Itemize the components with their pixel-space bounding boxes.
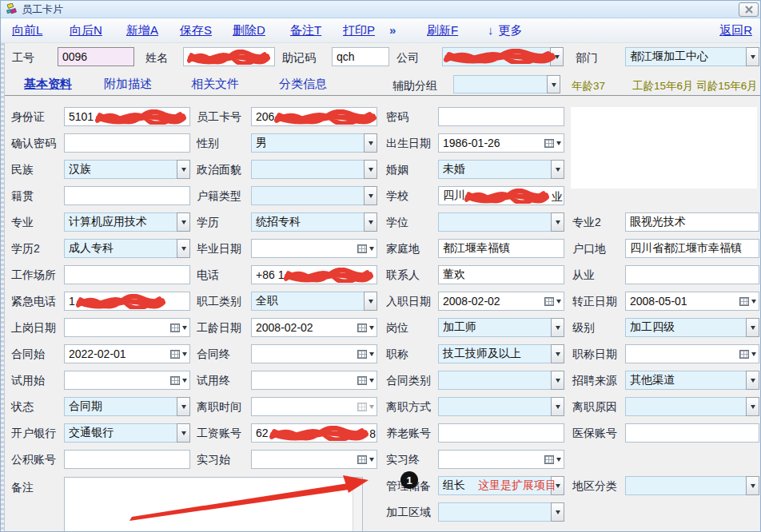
education-combo[interactable]: 统招专科 [251, 212, 377, 232]
dropdown-arrow-button[interactable] [551, 344, 564, 363]
pension-account-input[interactable] [438, 423, 564, 443]
occupation-input[interactable] [625, 265, 759, 284]
contact-person-input[interactable]: 董欢 [438, 265, 564, 284]
regular-date-datefield[interactable]: 2008-05-01 [625, 292, 759, 311]
datepicker-button[interactable] [544, 296, 564, 306]
dropdown-arrow-button[interactable] [177, 397, 190, 416]
datepicker-button[interactable] [357, 402, 377, 411]
region-class-combo[interactable] [625, 476, 759, 495]
dropdown-arrow-button[interactable] [550, 47, 564, 66]
dropdown-arrow-button[interactable] [177, 239, 190, 258]
department-combo[interactable]: 都江堰加工中心 [625, 47, 759, 66]
recruit-source-combo[interactable]: 其他渠道 [625, 371, 759, 390]
toolbar-more-button[interactable]: ↓更多 [488, 23, 523, 38]
native-place-input[interactable] [64, 186, 190, 205]
dropdown-arrow-button[interactable] [551, 212, 564, 232]
school-input[interactable]: 四川业 [438, 186, 564, 205]
employee-type-combo[interactable]: 全职 [251, 292, 377, 311]
dropdown-arrow-button[interactable] [746, 318, 759, 337]
title-date-datefield[interactable] [625, 344, 759, 363]
fund-account-input[interactable] [64, 450, 190, 469]
password-input[interactable] [438, 107, 564, 126]
household-type-combo[interactable] [251, 186, 377, 205]
marriage-combo[interactable]: 未婚 [438, 160, 564, 179]
dropdown-arrow-button[interactable] [364, 160, 377, 179]
degree-combo[interactable] [438, 212, 564, 232]
toolbar-expand-icon[interactable]: » [389, 23, 396, 37]
contract-type-combo[interactable] [438, 371, 564, 390]
id-card-input[interactable]: 5101 [64, 107, 190, 126]
employee-no-input[interactable]: 0096 [58, 47, 134, 66]
leave-reason-combo[interactable] [625, 397, 759, 416]
dropdown-arrow-button[interactable] [177, 160, 190, 179]
phone-input[interactable]: +86 1 [251, 265, 377, 284]
toolbar-refresh-button[interactable]: 刷新F [427, 23, 458, 38]
dropdown-arrow-button[interactable] [746, 47, 759, 66]
leave-date-datefield[interactable] [251, 397, 377, 416]
dropdown-arrow-button[interactable] [177, 212, 190, 232]
major-combo[interactable]: 计算机应用技术 [64, 212, 190, 232]
toolbar-backward-button[interactable]: 向后N [70, 23, 102, 38]
toolbar-delete-button[interactable]: 删除D [233, 23, 265, 38]
remark-textarea[interactable] [64, 477, 363, 532]
toolbar-add-button[interactable]: 新增A [126, 23, 158, 38]
back-button[interactable]: 返回R [719, 23, 752, 38]
dropdown-arrow-button[interactable] [364, 186, 377, 205]
dropdown-arrow-button[interactable] [551, 397, 564, 416]
seniority-date-datefield[interactable]: 2008-02-02 [251, 318, 377, 337]
salary-account-input[interactable]: 628 [251, 423, 377, 443]
intern-end-datefield[interactable] [438, 450, 564, 469]
confirm-password-input[interactable] [64, 133, 190, 153]
dropdown-arrow-button[interactable] [746, 476, 759, 495]
datepicker-button[interactable] [739, 296, 759, 306]
tab-related-files[interactable]: 相关文件 [191, 77, 239, 92]
tab-extra-desc[interactable]: 附加描述 [104, 77, 152, 92]
datepicker-button[interactable] [170, 323, 189, 332]
aux-group-combo[interactable] [453, 75, 560, 93]
toolbar-print-button[interactable]: 打印P [343, 23, 375, 38]
workplace-input[interactable] [64, 265, 190, 284]
gender-combo[interactable]: 男 [251, 133, 377, 153]
datepicker-button[interactable] [170, 349, 189, 359]
intern-start-datefield[interactable] [251, 450, 377, 469]
datepicker-button[interactable] [544, 455, 564, 464]
datepicker-button[interactable] [170, 375, 189, 385]
dropdown-arrow-button[interactable] [177, 423, 190, 443]
datepicker-button[interactable] [357, 349, 377, 359]
birth-date-datefield[interactable]: 1986-01-26 [438, 133, 564, 153]
onboard-date-datefield[interactable] [64, 318, 190, 337]
dropdown-arrow-button[interactable] [547, 75, 560, 93]
process-area-combo[interactable] [438, 502, 564, 522]
bank-combo[interactable]: 交通银行 [64, 423, 190, 443]
datepicker-button[interactable] [357, 244, 377, 253]
dropdown-arrow-button[interactable] [551, 318, 564, 337]
ethnicity-combo[interactable]: 汉族 [64, 160, 190, 179]
company-combo[interactable] [442, 47, 564, 66]
employee-card-no-input[interactable]: 206 [251, 107, 377, 126]
dropdown-arrow-button[interactable] [551, 502, 564, 522]
datepicker-button[interactable] [357, 375, 377, 385]
toolbar-forward-button[interactable]: 向前L [12, 23, 42, 38]
tab-basic-info[interactable]: 基本资料 [24, 77, 72, 92]
datepicker-button[interactable] [357, 323, 377, 332]
education2-combo[interactable]: 成人专科 [64, 239, 190, 258]
toolbar-save-button[interactable]: 保存S [180, 23, 212, 38]
emergency-phone-input[interactable]: 1 [64, 292, 190, 311]
job-title-combo[interactable]: 技工技师及以上 [438, 344, 564, 363]
hire-date-datefield[interactable]: 2008-02-02 [438, 292, 564, 311]
medical-account-input[interactable] [625, 423, 759, 443]
dropdown-arrow-button[interactable] [364, 133, 377, 153]
dropdown-arrow-button[interactable] [551, 371, 564, 390]
household-address-input[interactable]: 四川省都江堰市幸福镇 [625, 239, 759, 258]
datepicker-button[interactable] [544, 138, 564, 148]
remark-scrollbar[interactable] [353, 478, 362, 532]
contract-end-datefield[interactable] [251, 344, 377, 363]
datepicker-button[interactable] [357, 455, 377, 464]
dropdown-arrow-button[interactable] [551, 160, 564, 179]
home-address-input[interactable]: 都江堰幸福镇 [438, 239, 564, 258]
grade-combo[interactable]: 加工四级 [625, 318, 759, 337]
position-combo[interactable]: 加工师 [438, 318, 564, 337]
close-button[interactable] [739, 2, 759, 17]
contract-start-datefield[interactable]: 2022-02-01 [64, 344, 190, 363]
employee-name-input[interactable] [183, 47, 275, 66]
